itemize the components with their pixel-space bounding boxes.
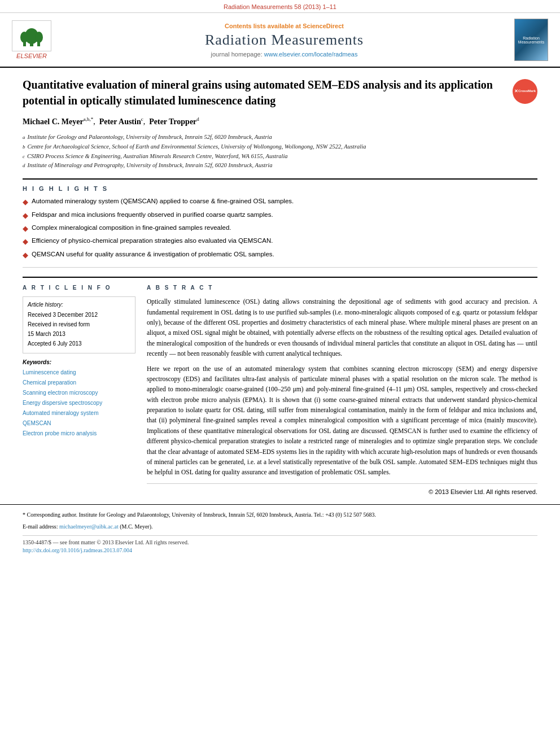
highlight-1-text: Automated mineralogy system (QEMSCAN) ap…: [32, 195, 294, 208]
top-bar: Radiation Measurements 58 (2013) 1–11: [0, 0, 560, 13]
affil-b-text: Centre for Archaeological Science, Schoo…: [28, 142, 366, 152]
affil-letter-a: a: [23, 133, 25, 142]
elsevier-label: ELSEVIER: [16, 53, 47, 59]
elsevier-logo: ELSEVIER: [9, 20, 54, 59]
highlight-bullet-5: ◆: [23, 248, 28, 261]
authors-line: Michael C. Meyera,b,*, Peter Austinc, Pe…: [23, 115, 537, 128]
keyword-3: Scanning electron microscopy: [23, 388, 135, 398]
keyword-2: Chemical preparation: [23, 378, 135, 388]
sciencedirect-link: Contents lists available at ScienceDirec…: [60, 23, 509, 29]
highlights-title: H I G H L I G H T S: [23, 185, 537, 192]
highlight-bullet-3: ◆: [23, 222, 28, 235]
keywords-section: Keywords: Luminescence dating Chemical p…: [23, 359, 135, 439]
doi-line: http://dx.doi.org/10.1016/j.radmeas.2013…: [23, 547, 537, 553]
journal-header: ELSEVIER Contents lists available at Sci…: [0, 13, 560, 68]
affiliations: a Institute for Geology and Palaeontolog…: [23, 133, 537, 171]
affil-a-text: Institute for Geology and Palaeontology,…: [28, 133, 272, 142]
highlight-2-text: Feldspar and mica inclusions frequently …: [32, 209, 273, 222]
author-1: Michael C. Meyer: [23, 117, 84, 126]
content-area: Quantitative evaluation of mineral grain…: [0, 68, 560, 504]
article-title-section: Quantitative evaluation of mineral grain…: [23, 77, 537, 108]
abstract-para-1: Optically stimulated luminescence (OSL) …: [147, 296, 537, 359]
highlight-4-text: Efficiency of physico-chemical preparati…: [32, 235, 273, 248]
abstract-label: A B S T R A C T: [147, 285, 537, 291]
crossmark-icon: ✕CrossMark: [513, 79, 537, 104]
journal-reference: Radiation Measurements 58 (2013) 1–11: [224, 3, 336, 10]
journal-cover-image: Radiation Measurements: [514, 19, 548, 61]
crossmark-badge: ✕CrossMark: [513, 79, 537, 104]
accepted-date: Accepted 6 July 2013: [28, 339, 130, 348]
author-3: Peter Tropper: [149, 117, 196, 126]
author-3-sup: d: [196, 116, 199, 122]
article-info-column: A R T I C L E I N F O Article history: R…: [23, 285, 135, 495]
highlights-section: H I G H L I G H T S ◆ Automated mineralo…: [23, 178, 537, 268]
keyword-6: QEMSCAN: [23, 418, 135, 429]
affil-d-text: Institute of Mineralogy and Petrography,…: [28, 161, 273, 171]
affil-letter-d: d: [23, 161, 25, 171]
keyword-5: Automated mineralogy system: [23, 408, 135, 418]
keywords-label: Keywords:: [23, 359, 135, 365]
received-date: Received 3 December 2012: [28, 310, 130, 320]
footer-section: * Corresponding author. Institute for Ge…: [0, 504, 560, 559]
highlight-bullet-4: ◆: [23, 235, 28, 248]
journal-title: Radiation Measurements: [60, 32, 509, 49]
journal-homepage: journal homepage: www.elsevier.com/locat…: [60, 51, 509, 58]
highlight-3: ◆ Complex mineralogical composition in f…: [23, 222, 537, 235]
affil-c: c CSIRO Process Science & Engineering, A…: [23, 152, 537, 161]
copyright-line: © 2013 Elsevier Ltd. All rights reserved…: [147, 483, 537, 495]
highlight-1: ◆ Automated mineralogy system (QEMSCAN) …: [23, 195, 537, 208]
received-revised-label: Received in revised form: [28, 320, 130, 329]
email-link[interactable]: michaelmeyer@uibk.ac.at: [59, 523, 119, 530]
keyword-7: Electron probe micro analysis: [23, 429, 135, 439]
abstract-para-2: Here we report on the use of an automate…: [147, 364, 537, 478]
highlight-5: ◆ QEMSCAN useful for quality assurance &…: [23, 248, 537, 261]
elsevier-tree-icon: [18, 25, 46, 47]
sciencedirect-name[interactable]: ScienceDirect: [303, 23, 344, 29]
author-2: Peter Austin: [99, 117, 141, 126]
svg-point-3: [35, 32, 43, 43]
highlight-2: ◆ Feldspar and mica inclusions frequentl…: [23, 209, 537, 222]
svg-rect-5: [37, 42, 40, 46]
revised-date: 15 March 2013: [28, 329, 130, 339]
elsevier-logo-box: [12, 20, 51, 51]
journal-center: Contents lists available at ScienceDirec…: [60, 23, 509, 58]
homepage-url[interactable]: www.elsevier.com/locate/radmeas: [264, 51, 358, 58]
article-info-label: A R T I C L E I N F O: [23, 285, 135, 291]
article-title: Quantitative evaluation of mineral grain…: [23, 77, 507, 108]
affil-d: d Institute of Mineralogy and Petrograph…: [23, 161, 537, 171]
two-column-section: A R T I C L E I N F O Article history: R…: [23, 277, 537, 495]
highlight-4: ◆ Efficiency of physico-chemical prepara…: [23, 235, 537, 248]
journal-cover: Radiation Measurements: [514, 19, 551, 61]
highlight-bullet-1: ◆: [23, 195, 28, 208]
keyword-1: Luminescence dating: [23, 368, 135, 378]
article-history-box: Article history: Received 3 December 201…: [23, 296, 135, 353]
affil-letter-c: c: [23, 152, 25, 161]
keyword-4: Energy dispersive spectroscopy: [23, 398, 135, 408]
svg-rect-4: [23, 42, 26, 46]
highlight-bullet-2: ◆: [23, 209, 28, 222]
author-2-sup: c: [141, 116, 143, 122]
email-note: E-mail address: michaelmeyer@uibk.ac.at …: [23, 522, 537, 531]
history-label: Article history:: [28, 302, 130, 308]
affil-c-text: CSIRO Process Science & Engineering, Aus…: [27, 152, 288, 161]
affil-a: a Institute for Geology and Palaeontolog…: [23, 133, 537, 142]
issn-line: 1350-4487/$ — see front matter © 2013 El…: [23, 539, 537, 545]
corresponding-note: * Corresponding author. Institute for Ge…: [23, 510, 537, 519]
affil-letter-b: b: [23, 143, 25, 152]
abstract-text: Optically stimulated luminescence (OSL) …: [147, 296, 537, 478]
page-container: Radiation Measurements 58 (2013) 1–11 EL…: [0, 0, 560, 747]
highlight-3-text: Complex mineralogical composition in fin…: [32, 222, 231, 235]
footer-doi: 1350-4487/$ — see front matter © 2013 El…: [23, 535, 537, 553]
affil-b: b Centre for Archaeological Science, Sch…: [23, 142, 537, 152]
svg-point-2: [20, 32, 28, 43]
abstract-column: A B S T R A C T Optically stimulated lum…: [147, 285, 537, 495]
doi-link[interactable]: http://dx.doi.org/10.1016/j.radmeas.2013…: [23, 547, 132, 553]
highlight-5-text: QEMSCAN useful for quality assurance & i…: [32, 248, 274, 261]
author-1-sup: a,b,*: [84, 116, 94, 122]
